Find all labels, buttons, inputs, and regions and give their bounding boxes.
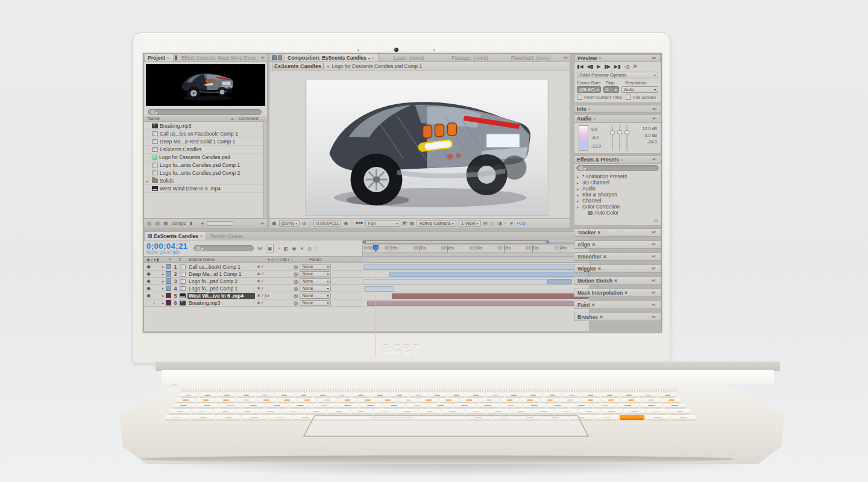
project-item[interactable]: West Wind Drive In 6 .mp4	[144, 185, 263, 193]
project-item[interactable]: Deep Ma...a-Red Solid 1 Comp 1	[144, 138, 263, 146]
column-name[interactable]: Name	[144, 116, 160, 121]
loop-button[interactable]: ⟳	[633, 64, 637, 69]
camera-select[interactable]: Active Camera▾	[417, 220, 456, 227]
keyboard-key[interactable]	[242, 404, 265, 408]
layer-switches[interactable]: ∗ /	[255, 286, 294, 291]
safe-zones-icon[interactable]: ⊞	[302, 221, 306, 226]
ram-preview-options-select[interactable]: RAM Preview Options▾	[577, 72, 658, 78]
auto-keyframe-icon[interactable]: ◎	[307, 246, 312, 251]
keyboard-key[interactable]	[594, 404, 616, 408]
parent-select[interactable]: None▾	[300, 300, 331, 306]
layer-name[interactable]: Logo fo...psd Comp 1	[187, 286, 255, 292]
panel-menu-icon[interactable]: ▾≡	[649, 278, 658, 283]
keyboard-key[interactable]	[621, 398, 641, 402]
panel-wiggler[interactable]: Wiggler×▾≡	[574, 264, 661, 273]
twirl-icon[interactable]: ▸	[577, 175, 580, 179]
tab-project[interactable]: Project×	[144, 54, 174, 62]
current-time-indicator-line[interactable]	[376, 252, 376, 357]
panel-motion-sketch[interactable]: Motion Sketch×▾≡	[574, 277, 661, 285]
frame-rate-select[interactable]: (29.97)▾	[577, 86, 601, 93]
delete-icon[interactable]: ▮	[190, 221, 192, 226]
panel-menu-icon[interactable]: ▾≡	[650, 116, 658, 121]
keyboard-key[interactable]	[601, 409, 623, 414]
keyboard-key[interactable]	[617, 404, 639, 408]
panel-smoother[interactable]: Smoother×▾≡	[574, 252, 661, 261]
layer-name[interactable]: Breaking.mp3	[187, 300, 255, 306]
keyboard-key[interactable]	[318, 398, 337, 402]
panel-paint[interactable]: Paint×▾≡	[574, 301, 661, 309]
layer-switches[interactable]: ∗ / ƒx	[255, 293, 294, 298]
tab-effect-controls[interactable]: Effect Controls: West Wind Drive	[178, 54, 259, 62]
keyboard-key[interactable]	[547, 404, 569, 408]
keyboard-key[interactable]	[523, 404, 546, 408]
layer-row[interactable]: ◉▸3Logo fo...psd Comp 2∗ /◎None▾	[144, 278, 362, 285]
keyboard-key[interactable]	[313, 393, 332, 397]
panel-menu-icon[interactable]: ▾≡	[649, 230, 658, 235]
layer-name[interactable]: West Wi...ive In 6 .mp4	[187, 293, 255, 299]
keyboard-key[interactable]	[180, 393, 198, 397]
panel-brushes[interactable]: Brushes×▾≡	[574, 313, 661, 321]
visibility-toggle-icon[interactable]: ◉	[144, 286, 162, 291]
panel-menu-icon[interactable]: ▾≡	[649, 56, 658, 61]
keyboard-key[interactable]	[669, 409, 691, 414]
keyboard-key[interactable]	[196, 404, 218, 408]
keyboard-key[interactable]	[336, 404, 359, 408]
audio-button[interactable]: ◁)	[624, 64, 629, 69]
panel-menu-icon[interactable]: ▾≡	[649, 254, 658, 259]
parent-select[interactable]: None▾	[300, 286, 331, 292]
effects-group[interactable]: ▸Channel	[574, 198, 661, 204]
panel-align[interactable]: Align×▾≡	[574, 240, 661, 249]
panel-menu-icon[interactable]: ▾≡	[649, 302, 658, 307]
always-preview-icon[interactable]: ▣	[272, 221, 277, 226]
keyboard-key[interactable]	[500, 404, 522, 408]
keyboard-key[interactable]	[268, 415, 292, 420]
full-screen-checkbox[interactable]: Full Screen	[626, 95, 656, 100]
project-item[interactable]: Call us...les on Facebook! Comp 1	[144, 130, 263, 138]
layer-color-chip[interactable]	[166, 286, 171, 291]
keyboard-key[interactable]	[639, 393, 657, 397]
layer-row[interactable]: ◉▸1Call us...book! Comp 1∗ /◎None▾	[144, 263, 362, 271]
pixel-aspect-icon[interactable]: ◫	[490, 221, 495, 226]
layer-row[interactable]: ♪▸6Breaking.mp3∗ /◎None▾	[144, 299, 362, 307]
play-button[interactable]: ▶	[597, 64, 600, 69]
close-icon[interactable]: ×	[598, 266, 601, 272]
timeline-ruler[interactable]: 0:00s00:15s00:30s00:45s01:00s01:15s01:30…	[362, 240, 589, 256]
keyboard-key[interactable]	[448, 393, 466, 397]
keyboard-key[interactable]	[218, 393, 236, 397]
layer-color-chip[interactable]	[166, 278, 171, 284]
scroll-right-icon[interactable]: ▸	[262, 221, 264, 226]
layer-color-chip[interactable]	[166, 271, 171, 277]
layer-color-chip[interactable]	[166, 293, 171, 298]
layer-color-chip[interactable]	[166, 264, 171, 269]
panel-menu-icon[interactable]: ▾≡	[649, 242, 658, 247]
crumb-active[interactable]: EsScents Candles	[272, 63, 324, 69]
keyboard-key[interactable]	[216, 415, 241, 420]
timeline-search-input[interactable]: ▾	[193, 245, 254, 251]
twirl-icon[interactable]: ▸	[577, 181, 580, 185]
layer-color-chip[interactable]	[166, 300, 171, 305]
keyboard-key[interactable]	[562, 393, 580, 397]
keyboard-key[interactable]	[480, 398, 499, 402]
keyboard-key[interactable]	[360, 404, 382, 408]
close-icon[interactable]: ×	[372, 55, 375, 61]
interpret-footage-icon[interactable]: ▥	[147, 221, 152, 226]
visibility-toggle-icon[interactable]: ◉	[144, 264, 162, 269]
pickwhip-icon[interactable]: ◎	[294, 278, 298, 284]
keyboard-key[interactable]	[658, 393, 676, 397]
close-icon[interactable]: ×	[592, 302, 595, 308]
keyboard-key[interactable]	[520, 398, 539, 402]
brainstorm-icon[interactable]: ∗	[300, 246, 304, 251]
keyboard-key[interactable]	[165, 415, 189, 420]
effects-group[interactable]: ▸3D Channel	[574, 180, 661, 186]
next-frame-button[interactable]: ▮▶	[604, 64, 611, 69]
layer-switches[interactable]: ∗ /	[255, 271, 294, 277]
magnification-select[interactable]: (50%)▾	[279, 220, 300, 227]
panel-menu-icon[interactable]: ▾≡	[649, 266, 658, 271]
keyboard-key[interactable]	[277, 398, 297, 402]
info-panel-header[interactable]: Info×▾≡	[574, 105, 661, 113]
tab-composition[interactable]: Composition: EsScents Candles▾×	[284, 54, 379, 62]
trackpad[interactable]	[295, 413, 597, 439]
keyboard-key[interactable]	[581, 398, 600, 402]
keyboard-key[interactable]	[379, 398, 398, 402]
first-frame-button[interactable]: ▮◀	[577, 64, 583, 69]
